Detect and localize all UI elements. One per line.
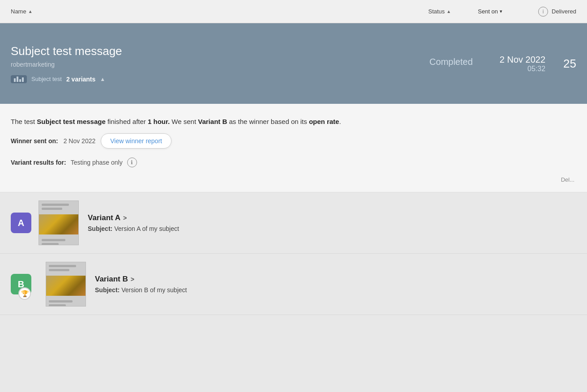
campaign-time: 05:32 bbox=[500, 65, 545, 73]
variants-label: 2 variants bbox=[66, 76, 95, 83]
view-winner-report-button[interactable]: View winner report bbox=[101, 133, 171, 149]
variant-b-name[interactable]: Variant B > bbox=[95, 275, 576, 284]
delivered-label: Delivered bbox=[552, 8, 576, 15]
phase-info-icon[interactable]: ℹ bbox=[127, 158, 137, 167]
campaign-title[interactable]: Subject test message bbox=[11, 44, 429, 58]
phase-label: Testing phase only bbox=[71, 159, 123, 166]
delivered-column-header: i Delivered bbox=[538, 7, 576, 17]
variant-results-row: Variant results for: Testing phase only … bbox=[11, 158, 576, 167]
variant-results-label: Variant results for: bbox=[11, 159, 66, 166]
variants-section: A Variant A > Subject: Version A of my s… bbox=[0, 192, 587, 315]
campaign-tags: Subject test 2 variants ▲ bbox=[11, 75, 429, 83]
name-column-header[interactable]: Name ▲ bbox=[11, 8, 428, 15]
summary-metric: open rate bbox=[309, 118, 339, 125]
variant-a-details: Variant A > Subject: Version A of my sub… bbox=[88, 213, 576, 232]
sent-on-dropdown-icon: ▾ bbox=[500, 9, 502, 14]
campaign-count: 25 bbox=[563, 57, 576, 71]
status-column-header[interactable]: Status ▲ bbox=[428, 8, 451, 15]
status-label: Status bbox=[428, 8, 445, 15]
delivered-col-label: Del... bbox=[11, 173, 576, 183]
campaign-account: robertmarketing bbox=[11, 61, 429, 68]
summary-winner: Variant B bbox=[198, 118, 227, 125]
variant-b-details: Variant B > Subject: Version B of my sub… bbox=[95, 275, 576, 294]
variant-row: B 🏆 Variant B > Subject: Version B of my… bbox=[0, 254, 587, 315]
status-sort-icon: ▲ bbox=[446, 9, 451, 14]
campaign-info: Subject test message robertmarketing Sub… bbox=[11, 44, 429, 83]
summary-panel: The test Subject test message finished a… bbox=[0, 104, 587, 192]
header-bar: Name ▲ Status ▲ Sent on ▾ i Delivered bbox=[0, 0, 587, 23]
variant-a-chevron: > bbox=[123, 214, 127, 222]
variant-b-subject: Subject: Version B of my subject bbox=[95, 286, 576, 294]
variant-a-name[interactable]: Variant A > bbox=[88, 213, 576, 222]
variant-a-thumbnail bbox=[39, 200, 79, 245]
variants-arrow[interactable]: ▲ bbox=[100, 76, 105, 82]
summary-text-part2: finished after bbox=[106, 118, 148, 125]
info-icon[interactable]: i bbox=[538, 7, 548, 17]
trophy-icon: 🏆 bbox=[18, 287, 31, 300]
tag-icon bbox=[11, 75, 27, 83]
sent-on-column-header[interactable]: Sent on ▾ bbox=[478, 8, 502, 15]
summary-text-part3: We sent bbox=[170, 118, 198, 125]
variant-b-thumbnail bbox=[46, 262, 86, 307]
winner-sent-label: Winner sent on: bbox=[11, 137, 58, 145]
name-label: Name bbox=[11, 8, 26, 15]
summary-text-part4: as the winner based on its bbox=[227, 118, 309, 125]
variant-row: A Variant A > Subject: Version A of my s… bbox=[0, 192, 587, 254]
variant-a-badge: A bbox=[11, 213, 31, 233]
sent-on-label: Sent on bbox=[478, 8, 498, 15]
tag-label: Subject test bbox=[31, 76, 62, 82]
campaign-status: Completed bbox=[429, 57, 473, 71]
winner-sent-date: 2 Nov 2022 bbox=[64, 137, 96, 145]
variant-b-chevron: > bbox=[131, 276, 134, 283]
variant-a-subject: Subject: Version A of my subject bbox=[88, 225, 576, 232]
campaign-row: Subject test message robertmarketing Sub… bbox=[0, 23, 587, 104]
winner-sent-row: Winner sent on: 2 Nov 2022 View winner r… bbox=[11, 133, 576, 149]
name-sort-icon: ▲ bbox=[28, 9, 33, 14]
summary-text-part1: The test bbox=[11, 118, 37, 125]
summary-campaign-name: Subject test message bbox=[37, 118, 105, 125]
variant-b-badge-container: B 🏆 bbox=[11, 274, 39, 294]
summary-duration: 1 hour. bbox=[148, 118, 170, 125]
status-completed: Completed bbox=[429, 57, 473, 67]
campaign-date: 2 Nov 2022 05:32 bbox=[500, 55, 545, 73]
summary-text-part5: . bbox=[339, 118, 341, 125]
subject-test-icon bbox=[14, 77, 24, 82]
summary-text: The test Subject test message finished a… bbox=[11, 116, 576, 127]
campaign-date-main: 2 Nov 2022 bbox=[500, 55, 545, 65]
